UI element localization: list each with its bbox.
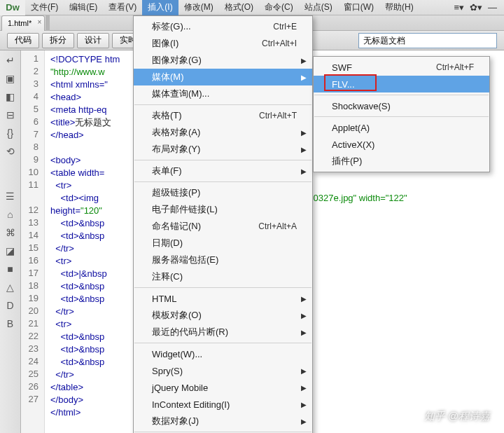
menu-command[interactable]: 命令(C) bbox=[259, 0, 299, 15]
menu-separator bbox=[134, 181, 312, 182]
menu-item-data-objects[interactable]: 数据对象(J)▶ bbox=[134, 413, 312, 429]
view-code-button[interactable]: 代码 bbox=[7, 33, 39, 48]
doc-tab-label: 1.html* bbox=[8, 19, 31, 27]
main-menubar: Dw 文件(F) 编辑(E) 查看(V) 插入(I) 修改(M) 格式(O) 命… bbox=[0, 0, 504, 15]
menu-item-comment[interactable]: 注释(C) bbox=[134, 268, 312, 285]
menu-insert[interactable]: 插入(I) bbox=[142, 0, 178, 15]
code-tool-1[interactable]: ▣ bbox=[6, 73, 15, 84]
view-split-button[interactable]: 拆分 bbox=[42, 33, 74, 48]
menu-file[interactable]: 文件(F) bbox=[25, 0, 64, 15]
menu-edit[interactable]: 编辑(E) bbox=[64, 0, 103, 15]
menu-site[interactable]: 站点(S) bbox=[299, 0, 338, 15]
media-item-plugin[interactable]: 插件(P) bbox=[314, 153, 489, 170]
menu-separator bbox=[134, 432, 312, 432]
menu-view[interactable]: 查看(V) bbox=[103, 0, 142, 15]
menu-separator bbox=[134, 287, 312, 288]
menu-item-layout-objects[interactable]: 布局对象(Y)▶ bbox=[134, 141, 312, 158]
menu-item-table[interactable]: 表格(T)Ctrl+Alt+T bbox=[134, 107, 312, 124]
divider-icon: — bbox=[488, 2, 497, 13]
code-tool-9[interactable]: ⌘ bbox=[6, 227, 15, 238]
menu-item-recent-snippets[interactable]: 最近的代码片断(R)▶ bbox=[134, 324, 312, 341]
menu-separator bbox=[134, 343, 312, 343]
layout-picker-icon[interactable]: ≡▾ bbox=[454, 2, 464, 13]
media-item-activex[interactable]: ActiveX(X) bbox=[314, 136, 489, 153]
media-item-swf[interactable]: SWFCtrl+Alt+F bbox=[314, 59, 489, 76]
menu-item-email-link[interactable]: 电子邮件链接(L) bbox=[134, 201, 312, 218]
code-tool-14[interactable]: B bbox=[7, 318, 13, 329]
menu-item-widget[interactable]: Widget(W)... bbox=[134, 345, 312, 362]
code-tool-12[interactable]: △ bbox=[6, 282, 14, 293]
code-tool-5[interactable]: ⟲ bbox=[6, 146, 15, 157]
code-tool-4[interactable]: {} bbox=[7, 128, 13, 139]
code-tool-13[interactable]: D bbox=[6, 300, 13, 311]
code-tool-10[interactable]: ◪ bbox=[6, 245, 15, 256]
menu-item-hyperlink[interactable]: 超级链接(P) bbox=[134, 184, 312, 201]
dreamweaver-logo: Dw bbox=[0, 0, 25, 15]
view-design-button[interactable]: 设计 bbox=[77, 33, 109, 48]
document-tab-1[interactable]: 1.html* × bbox=[1, 15, 45, 31]
menu-item-table-objects[interactable]: 表格对象(A)▶ bbox=[134, 124, 312, 141]
menu-separator bbox=[134, 104, 312, 105]
menu-separator bbox=[314, 116, 489, 117]
menu-item-incontext-editing[interactable]: InContext Editing(I)▶ bbox=[134, 396, 312, 413]
menu-item-form[interactable]: 表单(F)▶ bbox=[134, 163, 312, 179]
code-toolbar: ↵▣◧⊟{}⟲☰⌂⌘◪■△DB bbox=[0, 50, 21, 433]
settings-gear-icon[interactable]: ✿▾ bbox=[470, 2, 482, 13]
close-tab-icon[interactable]: × bbox=[37, 18, 41, 26]
menu-item-spry[interactable]: Spry(S)▶ bbox=[134, 362, 312, 379]
menu-window[interactable]: 窗口(W) bbox=[338, 0, 379, 15]
code-tool-0[interactable]: ↵ bbox=[6, 55, 15, 66]
menu-help[interactable]: 帮助(H) bbox=[379, 0, 419, 15]
insert-menu-dropdown: 标签(G)...Ctrl+E 图像(I)Ctrl+Alt+I 图像对象(G)▶ … bbox=[133, 15, 313, 433]
menu-separator bbox=[314, 95, 489, 95]
page-title-input[interactable] bbox=[358, 33, 497, 48]
menu-modify[interactable]: 修改(M) bbox=[178, 0, 219, 15]
menu-item-named-anchor[interactable]: 命名锚记(N)Ctrl+Alt+A bbox=[134, 218, 312, 235]
menu-item-tag[interactable]: 标签(G)...Ctrl+E bbox=[134, 18, 312, 35]
media-item-shockwave[interactable]: Shockwave(S) bbox=[314, 97, 489, 114]
code-tool-3[interactable]: ⊟ bbox=[6, 109, 15, 121]
media-item-flv[interactable]: FLV... bbox=[314, 76, 489, 92]
menu-item-media[interactable]: 媒体(M)▶ bbox=[134, 69, 312, 85]
menu-item-image-objects[interactable]: 图像对象(G)▶ bbox=[134, 52, 312, 69]
media-submenu: SWFCtrl+Alt+F FLV... Shockwave(S) Applet… bbox=[313, 56, 490, 172]
menu-format[interactable]: 格式(O) bbox=[219, 0, 259, 15]
menu-item-ssi[interactable]: 服务器端包括(E) bbox=[134, 252, 312, 268]
code-tool-7[interactable]: ☰ bbox=[6, 191, 15, 202]
code-tool-8[interactable]: ⌂ bbox=[7, 209, 13, 220]
tab-divider bbox=[46, 15, 50, 31]
code-tool-2[interactable]: ◧ bbox=[6, 91, 15, 102]
menu-item-jquery-mobile[interactable]: jQuery Mobile▶ bbox=[134, 379, 312, 396]
menu-separator bbox=[134, 160, 312, 160]
code-tool-11[interactable]: ■ bbox=[7, 263, 13, 275]
menu-item-media-query[interactable]: 媒体查询(M)... bbox=[134, 85, 312, 102]
menu-item-date[interactable]: 日期(D) bbox=[134, 235, 312, 252]
menu-item-html[interactable]: HTML▶ bbox=[134, 290, 312, 307]
menu-item-image[interactable]: 图像(I)Ctrl+Alt+I bbox=[134, 35, 312, 52]
menu-item-template-objects[interactable]: 模板对象(O)▶ bbox=[134, 307, 312, 324]
line-number-gutter: 1234567891011 12131415161718192021222324… bbox=[21, 50, 45, 433]
menubar-tool-icons: ≡▾ ✿▾ — bbox=[454, 2, 504, 13]
media-item-applet[interactable]: Applet(A) bbox=[314, 119, 489, 136]
